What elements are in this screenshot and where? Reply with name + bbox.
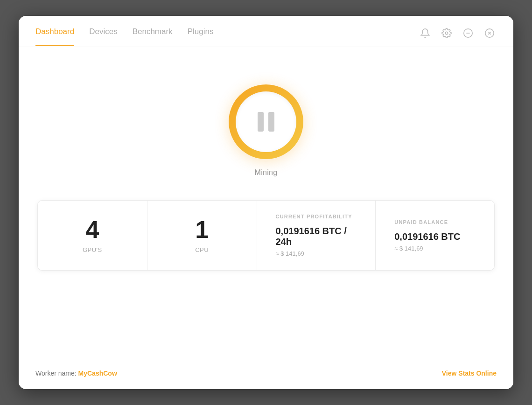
profitability-value: 0,0191616 BTC / 24h — [276, 226, 357, 247]
profitability-title: CURRENT PROFITABILITY — [276, 214, 352, 219]
nav-bar: Dashboard Devices Benchmark Plugins — [19, 16, 513, 47]
app-window: Dashboard Devices Benchmark Plugins — [19, 16, 513, 389]
bell-icon-btn[interactable] — [418, 26, 432, 40]
profitability-usd: ≈ $ 141,69 — [276, 250, 304, 257]
footer: Worker name: MyCashCow View Stats Online — [19, 357, 513, 389]
nav-item-plugins[interactable]: Plugins — [188, 27, 214, 46]
nav-item-benchmark[interactable]: Benchmark — [133, 27, 173, 46]
cpu-count: 1 — [195, 217, 209, 242]
nav-right — [418, 26, 497, 47]
mining-btn-inner — [236, 91, 296, 152]
stats-row: 4 GPU'S 1 CPU CURRENT PROFITABILITY 0,01… — [37, 200, 495, 271]
gpu-count: 4 — [85, 217, 99, 242]
mining-toggle-button[interactable] — [229, 84, 303, 159]
view-stats-link[interactable]: View Stats Online — [442, 370, 497, 377]
bell-icon — [420, 28, 430, 38]
worker-name: MyCashCow — [78, 370, 117, 377]
svg-point-0 — [445, 32, 448, 35]
mining-section: Mining — [229, 84, 303, 177]
close-icon — [484, 28, 495, 38]
gpu-label: GPU'S — [83, 246, 102, 253]
pause-icon — [258, 112, 274, 132]
minimize-icon-btn[interactable] — [461, 26, 475, 40]
cpu-label: CPU — [195, 246, 209, 253]
nav-left: Dashboard Devices Benchmark Plugins — [35, 27, 213, 46]
worker-prefix: Worker name: — [35, 370, 78, 377]
worker-label: Worker name: MyCashCow — [35, 370, 117, 377]
nav-item-devices[interactable]: Devices — [89, 27, 117, 46]
main-content: Mining 4 GPU'S 1 CPU CURRENT PROFITABILI… — [19, 47, 513, 357]
settings-icon — [441, 28, 452, 38]
balance-title: UNPAID BALANCE — [394, 219, 448, 225]
cpu-stat-cell: 1 CPU — [147, 201, 257, 270]
pause-bar-left — [258, 112, 264, 132]
settings-icon-btn[interactable] — [440, 26, 454, 40]
close-icon-btn[interactable] — [483, 26, 497, 40]
profitability-cell: CURRENT PROFITABILITY 0,0191616 BTC / 24… — [257, 201, 376, 270]
gpu-stat-cell: 4 GPU'S — [38, 201, 147, 270]
mining-status-label: Mining — [255, 168, 278, 177]
balance-usd: ≈ $ 141,69 — [394, 245, 423, 252]
minimize-icon — [463, 28, 473, 38]
pause-bar-right — [268, 112, 274, 132]
balance-value: 0,0191616 BTC — [394, 231, 460, 242]
balance-cell: UNPAID BALANCE 0,0191616 BTC ≈ $ 141,69 — [376, 201, 494, 270]
nav-item-dashboard[interactable]: Dashboard — [35, 27, 74, 46]
